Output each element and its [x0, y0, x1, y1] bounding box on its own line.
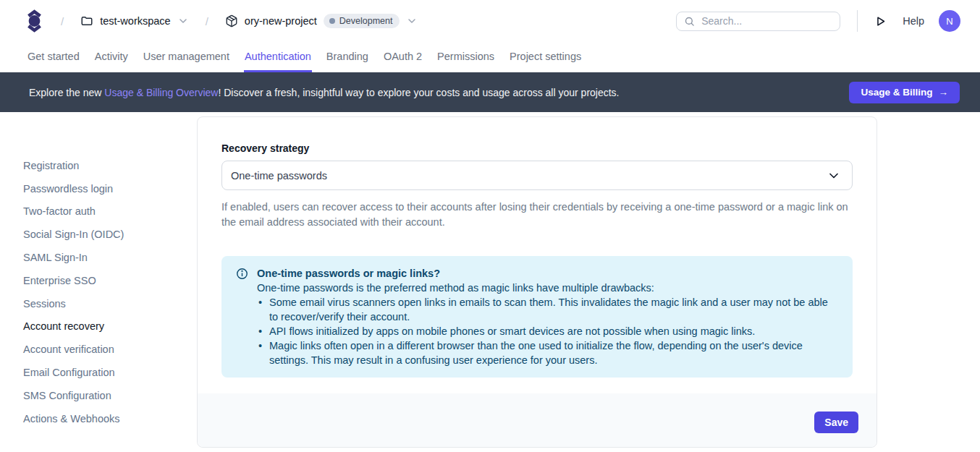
info-intro: One-time passwords is the preferred meth… — [257, 281, 838, 295]
sidebar-item-sessions[interactable]: Sessions — [23, 292, 182, 315]
sidebar-item-enterprise-sso[interactable]: Enterprise SSO — [23, 269, 182, 292]
breadcrumb-separator: / — [206, 15, 208, 27]
user-avatar[interactable]: N — [939, 10, 960, 32]
tab-permissions[interactable]: Permissions — [436, 42, 495, 72]
info-bullet: Magic links often open in a different br… — [257, 338, 838, 367]
topbar-actions: Help N — [676, 10, 960, 32]
save-button[interactable]: Save — [814, 412, 858, 433]
sidebar-item-passwordless-login[interactable]: Passwordless login — [23, 177, 182, 200]
tab-activity[interactable]: Activity — [94, 42, 129, 72]
workspace-switcher[interactable]: test-workspace — [80, 14, 189, 27]
usage-billing-button-label: Usage & Billing — [861, 87, 932, 98]
sidebar-item-actions-webhooks[interactable]: Actions & Webhooks — [23, 407, 182, 430]
workspace-name: test-workspace — [100, 15, 171, 27]
environment-label: Development — [339, 16, 393, 26]
sidebar-item-registration[interactable]: Registration — [23, 154, 182, 177]
environment-dot-icon — [329, 18, 335, 24]
recovery-strategy-select[interactable]: One-time passwords — [221, 161, 853, 190]
banner-overview-link[interactable]: Usage & Billing Overview — [104, 87, 218, 98]
sidebar-item-two-factor-auth[interactable]: Two-factor auth — [23, 200, 182, 223]
recovery-strategy-label: Recovery strategy — [221, 142, 853, 154]
tab-authentication[interactable]: Authentication — [244, 42, 312, 72]
package-icon — [225, 14, 238, 27]
info-bullet: API flows initialized by apps on mobile … — [257, 324, 838, 338]
arrow-right-icon: → — [939, 87, 949, 98]
project-name: ory-new-project — [245, 15, 317, 27]
tab-branding[interactable]: Branding — [326, 42, 369, 72]
banner-message: Explore the new Usage & Billing Overview… — [29, 87, 620, 98]
info-content: One-time passwords or magic links? One-t… — [257, 266, 838, 367]
breadcrumb-separator: / — [61, 15, 64, 27]
help-link[interactable]: Help — [903, 15, 924, 27]
tab-oauth2[interactable]: OAuth 2 — [383, 42, 423, 72]
top-bar: / test-workspace / ory-new-project Devel… — [0, 0, 980, 42]
banner-text-before: Explore the new — [29, 87, 104, 98]
card-footer: Save — [198, 393, 876, 447]
ory-console-screen: / test-workspace / ory-new-project Devel… — [0, 0, 980, 452]
sidebar-item-email-configuration[interactable]: Email Configuration — [23, 361, 182, 384]
sidebar-item-social-sign-in[interactable]: Social Sign-In (OIDC) — [23, 223, 182, 246]
search-input[interactable] — [701, 15, 832, 27]
info-bullet: Some email virus scanners open links in … — [257, 295, 838, 324]
usage-billing-banner: Explore the new Usage & Billing Overview… — [0, 72, 980, 112]
card-content: Recovery strategy One-time passwords If … — [198, 117, 876, 378]
play-icon[interactable] — [874, 15, 887, 27]
project-nav-tabs: Get started Activity User management Aut… — [0, 42, 980, 72]
sidebar-item-sms-configuration[interactable]: SMS Configuration — [23, 384, 182, 407]
chevron-down-icon — [827, 169, 841, 183]
chevron-down-icon — [177, 15, 189, 27]
info-icon — [236, 268, 248, 280]
tab-user-management[interactable]: User management — [143, 42, 230, 72]
account-recovery-card: Recovery strategy One-time passwords If … — [197, 116, 877, 448]
usage-billing-button[interactable]: Usage & Billing → — [849, 82, 960, 103]
info-box: One-time passwords or magic links? One-t… — [221, 256, 853, 378]
tab-project-settings[interactable]: Project settings — [509, 42, 582, 72]
search-icon — [684, 16, 695, 27]
banner-text-after: ! Discover a fresh, insightful way to ex… — [218, 87, 619, 98]
environment-badge: Development — [324, 14, 400, 28]
sidebar-item-account-recovery[interactable]: Account recovery — [23, 315, 182, 338]
topbar-divider — [857, 10, 858, 32]
info-bullet-list: Some email virus scanners open links in … — [257, 295, 838, 367]
sidebar-item-account-verification[interactable]: Account verification — [23, 338, 182, 361]
folder-icon — [80, 14, 93, 27]
chevron-down-icon — [406, 15, 418, 27]
ory-logo-icon[interactable] — [25, 9, 44, 33]
recovery-strategy-description: If enabled, users can recover access to … — [221, 200, 853, 229]
search-box[interactable] — [676, 12, 840, 31]
authentication-sidebar: Registration Passwordless login Two-fact… — [23, 154, 182, 430]
project-switcher[interactable]: ory-new-project Development — [225, 14, 418, 28]
tab-get-started[interactable]: Get started — [27, 42, 80, 72]
sidebar-item-saml-sign-in[interactable]: SAML Sign-In — [23, 246, 182, 269]
info-title: One-time passwords or magic links? — [257, 266, 838, 281]
recovery-strategy-selected-value: One-time passwords — [231, 170, 327, 182]
